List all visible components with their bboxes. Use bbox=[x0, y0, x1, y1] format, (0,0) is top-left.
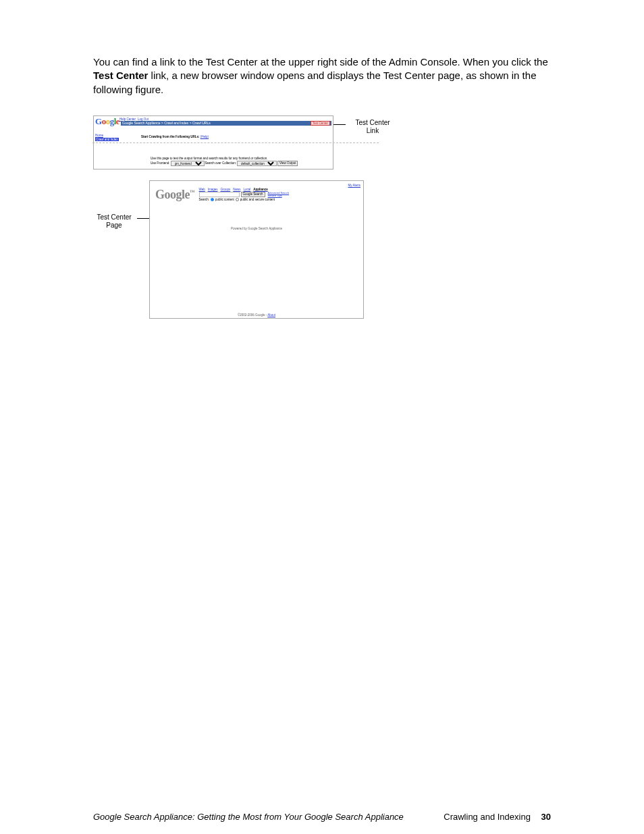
start-crawl-label: Start Crawling from the Following URLs: bbox=[141, 135, 200, 138]
callout-test-center-page: Test Center Page bbox=[91, 213, 137, 230]
admin-sidebar: Home Crawl and Index bbox=[95, 134, 119, 141]
frontend-select[interactable]: gm_frontend bbox=[171, 161, 205, 166]
tear-line bbox=[92, 142, 379, 143]
help-link[interactable]: (Help) bbox=[200, 135, 209, 138]
breadcrumb-bar: Google Search Appliance > Crawl and Inde… bbox=[121, 121, 331, 126]
intro-paragraph: You can find a link to the Test Center a… bbox=[93, 55, 551, 97]
copyright-text: ©2002-2006 Google - bbox=[238, 313, 267, 317]
admin-console-screenshot: Google Help Center Log Out Google Search… bbox=[93, 115, 333, 170]
radio-public[interactable] bbox=[211, 198, 214, 201]
view-output-button[interactable]: View Output bbox=[277, 161, 298, 166]
radio-both-label: public and secure content bbox=[240, 198, 275, 201]
breadcrumb-text: Google Search Appliance > Crawl and Inde… bbox=[122, 121, 211, 125]
tab-appliance[interactable]: Appliance bbox=[253, 188, 268, 191]
intro-bold: Test Center bbox=[93, 70, 148, 81]
use-frontend-label: Use Frontend: bbox=[151, 161, 170, 165]
footer-section: Crawling and Indexing bbox=[444, 812, 531, 822]
powered-by-text: Powered by Google Search Appliance bbox=[150, 227, 363, 230]
callout-line-left bbox=[137, 218, 151, 219]
google-search-button[interactable]: Google Search bbox=[241, 192, 265, 197]
collection-select[interactable]: default_collection bbox=[237, 161, 277, 166]
radio-public-label: public content bbox=[215, 198, 234, 201]
page-number: 30 bbox=[541, 812, 551, 822]
footer-doc-title: Google Search Appliance: Getting the Mos… bbox=[93, 812, 404, 822]
figure: Test Center Link Test Center Page Google… bbox=[93, 115, 552, 325]
callout-test-center-link: Test Center Link bbox=[348, 119, 397, 135]
test-center-footer: ©2002-2006 Google - About bbox=[150, 313, 363, 317]
google-logo-gray: Google™ bbox=[155, 188, 195, 202]
tab-local[interactable]: Local bbox=[244, 188, 251, 191]
intro-line1: You can find a link to the Test Center a… bbox=[93, 56, 548, 68]
search-tips-link[interactable]: Search Tips bbox=[268, 194, 290, 197]
my-alerts-link[interactable]: My Alerts bbox=[348, 184, 360, 187]
tab-images[interactable]: Images bbox=[208, 188, 218, 191]
search-scope-label: Search: bbox=[199, 198, 210, 201]
tab-web[interactable]: Web bbox=[199, 188, 205, 191]
google-logo: Google bbox=[95, 116, 119, 127]
admin-header: Google Help Center Log Out Google Search… bbox=[94, 116, 333, 126]
sidebar-home[interactable]: Home bbox=[95, 134, 119, 137]
search-input[interactable] bbox=[199, 192, 240, 197]
search-over-label: Search over Collection: bbox=[205, 161, 237, 165]
sidebar-crawl-index[interactable]: Crawl and Index bbox=[95, 138, 119, 141]
page-footer: Google Search Appliance: Getting the Mos… bbox=[93, 812, 551, 822]
about-link[interactable]: About bbox=[267, 313, 275, 317]
instruction-text: Use this page to test the output format … bbox=[151, 157, 330, 160]
test-center-page-screenshot: My Alerts Google™ Web Images Groups News… bbox=[149, 180, 364, 319]
search-tabs: Web Images Groups News Local Appliance bbox=[199, 188, 290, 191]
tab-news[interactable]: News bbox=[233, 188, 240, 191]
tab-groups[interactable]: Groups bbox=[220, 188, 230, 191]
radio-both[interactable] bbox=[236, 198, 239, 201]
admin-controls: Use this page to test the output format … bbox=[151, 157, 330, 166]
intro-line2: link, a new browser window opens and dis… bbox=[93, 70, 536, 95]
test-center-button[interactable]: Test Center bbox=[311, 121, 330, 126]
admin-main: Start Crawling from the Following URLs: … bbox=[141, 135, 330, 143]
